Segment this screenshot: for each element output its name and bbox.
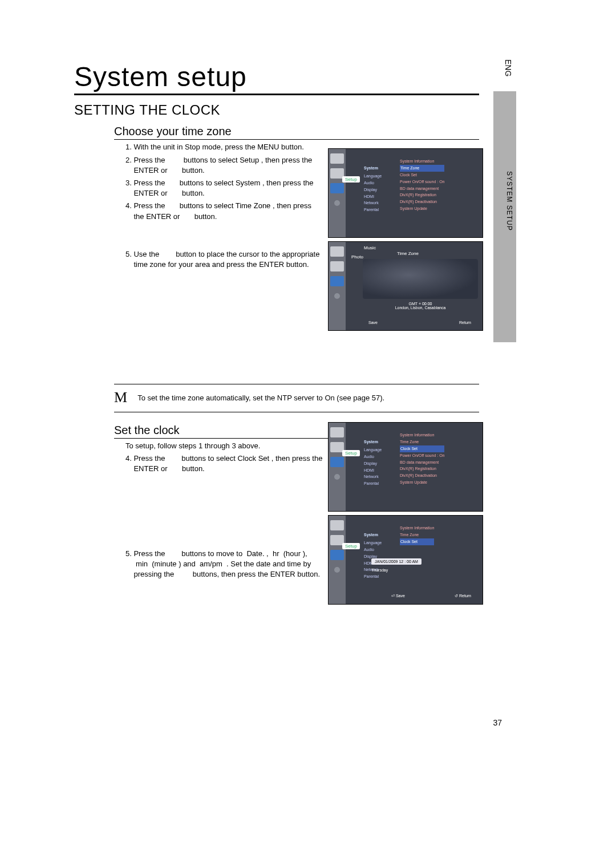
menu-col2: System Information Time Zone Clock Set P… <box>400 158 444 212</box>
item-hl: Clock Set <box>400 445 444 452</box>
item: System Update <box>400 479 444 486</box>
item: Time Zone <box>400 532 434 538</box>
photo-icon <box>330 261 344 271</box>
setup-icon <box>330 457 344 467</box>
item-hl: Clock Set <box>400 538 434 545</box>
clock-day: Thursday <box>371 568 388 572</box>
label-photo: Photo <box>351 254 363 260</box>
item: BD data management <box>400 185 444 192</box>
label-tz: Time Zone <box>397 251 419 256</box>
menu-col1: System Language Audio Display HDMI Netwo… <box>364 165 382 213</box>
menu-col2: System Information Time Zone Clock Set P… <box>400 432 444 486</box>
menu-head: System <box>364 532 382 538</box>
clock-date-row: JAN/01/2009 12 : 00 AM <box>371 558 422 565</box>
menu-items: Language Audio Display HDMI Network Pare… <box>364 448 382 485</box>
world-map-icon <box>363 259 478 299</box>
sidebar <box>329 516 346 604</box>
screenshot-clockset-edit: Setup System Language Audio Display HDMI… <box>328 515 483 605</box>
save-label: Save <box>368 321 378 325</box>
menu-items: Language Audio Display HDMI Network Pare… <box>364 174 382 212</box>
screenshot-clockset-menu: Setup System Language Audio Display HDMI… <box>328 422 483 512</box>
note-box: M To set the time zone automatically, se… <box>114 384 479 412</box>
item: DivX(R) Registration <box>400 192 444 198</box>
setup-chip: Setup <box>342 450 360 456</box>
item: DivX(R) Deactivation <box>400 198 444 205</box>
screenshot-timezone-map: Music Photo Time Zone GMT + 00:00 London… <box>328 241 483 331</box>
item: BD data management <box>400 459 444 466</box>
page-title: System setup <box>74 63 479 95</box>
menu-head: System <box>364 439 382 445</box>
label-music: Music <box>364 245 376 250</box>
item: System Information <box>400 525 434 532</box>
note-text: To set the time zone automatically, set … <box>137 394 479 402</box>
item: System Information <box>400 158 444 165</box>
item: Clock Set <box>400 172 444 179</box>
figure-column-2: Setup System Language Audio Display HDMI… <box>328 422 483 608</box>
music-icon <box>330 427 344 437</box>
setup-icon <box>330 550 344 560</box>
setup-icon <box>330 183 344 193</box>
subsection-timezone: Choose your time zone <box>114 125 479 140</box>
item: System Update <box>400 205 444 212</box>
tz-caption: GMT + 00:00 London, Lisbon, Casablanca <box>363 302 478 310</box>
music-icon <box>330 246 344 257</box>
setup-chip: Setup <box>342 543 360 549</box>
dot-icon <box>334 200 340 206</box>
lang-badge: ENG <box>500 57 516 82</box>
item: Time Zone <box>400 439 444 445</box>
music-icon <box>330 153 344 164</box>
dot-icon <box>334 293 340 299</box>
item-hl: Time Zone <box>400 165 444 172</box>
page-number: 37 <box>493 718 502 727</box>
figure-column: Setup System Language Audio Display HDMI… <box>328 148 483 334</box>
item: DivX(R) Registration <box>400 465 444 472</box>
setup-icon <box>330 276 344 286</box>
music-icon <box>330 520 344 530</box>
menu-head: System <box>364 165 382 172</box>
menu-col1: System Language Audio Display HDMI Netwo… <box>364 439 382 487</box>
item: Power On/Off sound : On <box>400 452 444 459</box>
item: Power On/Off sound : On <box>400 179 444 185</box>
screenshot-timezone-menu: Setup System Language Audio Display HDMI… <box>328 148 483 238</box>
sidebar <box>329 149 346 237</box>
side-column: ENG SYSTEM SETUP <box>496 57 513 342</box>
save-label: ⏎ Save <box>391 594 405 598</box>
item: DivX(R) Deactivation <box>400 472 444 479</box>
menu-col2: System Information Time Zone Clock Set <box>400 525 434 545</box>
return-label: Return <box>459 321 471 325</box>
dot-icon <box>334 567 340 573</box>
setup-chip: Setup <box>342 176 360 183</box>
sidebar <box>329 423 346 511</box>
return-label: ↺ Return <box>455 594 471 598</box>
section-title: SETTING THE CLOCK <box>74 102 542 118</box>
section-label: SYSTEM SETUP <box>505 171 513 231</box>
sidebar <box>329 242 346 330</box>
item: System Information <box>400 432 444 439</box>
menu-col1: System Language Audio Display HDMI Netwo… <box>364 532 382 580</box>
dot-icon <box>334 474 340 480</box>
note-mark: M <box>114 390 127 405</box>
